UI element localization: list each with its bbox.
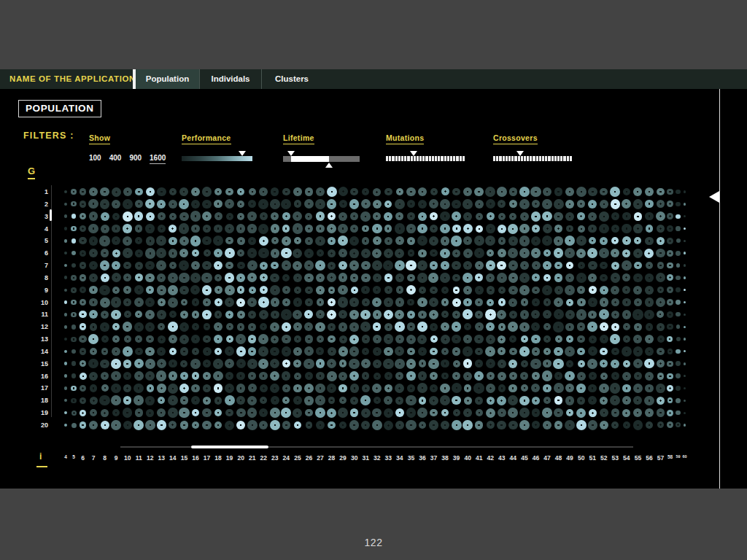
individual-dot[interactable] [270,273,279,283]
individual-dot[interactable] [71,201,76,206]
individual-dot[interactable] [519,273,530,283]
individual-dot[interactable] [373,188,381,196]
individual-dot[interactable] [646,323,654,331]
individual-dot[interactable] [111,310,121,320]
individual-dot[interactable] [339,421,347,429]
individual-dot[interactable] [71,423,77,428]
individual-dot[interactable] [145,273,155,283]
individual-dot[interactable] [112,287,120,294]
individual-dot[interactable] [225,421,234,430]
individual-dot[interactable] [395,236,404,245]
individual-dot[interactable] [305,372,313,380]
individual-dot[interactable] [271,249,280,258]
individual-dot[interactable] [587,248,597,258]
individual-dot[interactable] [395,335,404,343]
individual-dot[interactable] [112,225,120,233]
individual-dot[interactable] [362,225,369,233]
individual-dot[interactable] [64,227,67,230]
individual-dot[interactable] [202,408,212,418]
individual-dot[interactable] [667,189,673,195]
individual-dot[interactable] [430,348,437,355]
individual-dot[interactable] [542,199,552,209]
individual-dot[interactable] [566,225,573,233]
individual-dot[interactable] [304,322,313,331]
individual-dot[interactable] [508,224,518,234]
individual-dot[interactable] [360,322,371,332]
individual-dot[interactable] [123,421,132,429]
individual-dot[interactable] [555,335,562,343]
individual-dot[interactable] [71,214,77,219]
individual-dot[interactable] [361,261,371,271]
individual-dot[interactable] [304,310,313,319]
individual-dot[interactable] [440,249,449,258]
individual-dot[interactable] [487,397,495,405]
individual-dot[interactable] [667,421,673,428]
individual-dot[interactable] [362,237,370,245]
individual-dot[interactable] [80,373,87,380]
individual-dot[interactable] [508,408,518,418]
individual-dot[interactable] [396,188,404,196]
individual-dot[interactable] [64,386,68,390]
individual-dot[interactable] [530,359,541,370]
individual-dot[interactable] [112,323,120,330]
individual-dot[interactable] [565,200,574,209]
individual-dot[interactable] [338,408,348,418]
individual-dot[interactable] [633,286,642,295]
individual-dot[interactable] [374,397,381,404]
individual-dot[interactable] [485,309,496,320]
individual-dot[interactable] [225,384,235,394]
individual-dot[interactable] [305,287,312,294]
individual-dot[interactable] [633,335,642,343]
individual-dot[interactable] [225,311,234,319]
individual-dot[interactable] [247,420,258,430]
individual-dot[interactable] [89,298,98,307]
individual-dot[interactable] [429,236,438,246]
individual-dot[interactable] [372,384,382,393]
individual-dot[interactable] [508,273,519,283]
individual-dot[interactable] [645,335,654,344]
individual-dot[interactable] [112,273,121,282]
individual-dot[interactable] [80,262,87,269]
individual-dot[interactable] [430,249,437,257]
individual-dot[interactable] [258,334,268,344]
individual-dot[interactable] [441,287,449,294]
individual-dot[interactable] [134,285,144,295]
individual-dot[interactable] [64,338,68,341]
individual-dot[interactable] [542,211,552,222]
individual-dot[interactable] [236,298,245,307]
individual-dot[interactable] [315,260,326,271]
individual-dot[interactable] [145,248,156,259]
individual-dot[interactable] [112,249,120,257]
individual-dot[interactable] [684,387,686,389]
individual-dot[interactable] [249,287,257,295]
individual-dot[interactable] [498,249,506,257]
individual-dot[interactable] [667,201,673,207]
individual-dot[interactable] [406,420,417,431]
individual-dot[interactable] [656,249,665,258]
individual-dot[interactable] [101,311,109,319]
individual-dot[interactable] [372,249,382,258]
individual-dot[interactable] [134,322,144,332]
individual-dot[interactable] [282,225,290,232]
individual-dot[interactable] [452,249,460,257]
individual-dot[interactable] [338,297,348,307]
individual-dot[interactable] [543,397,551,404]
individual-dot[interactable] [532,408,541,417]
individual-dot[interactable] [259,187,268,196]
tab-clusters[interactable]: Clusters [261,69,322,89]
individual-dot[interactable] [305,335,313,343]
individual-dot[interactable] [520,310,530,319]
individual-dot[interactable] [123,248,133,258]
individual-dot[interactable] [88,334,98,344]
individual-dot[interactable] [430,287,438,295]
lifetime-range[interactable] [291,156,329,162]
individual-dot[interactable] [384,225,392,232]
individual-dot[interactable] [191,384,199,392]
individual-dot[interactable] [509,311,517,319]
individual-dot[interactable] [406,335,416,344]
individual-dot[interactable] [350,212,358,220]
individual-dot[interactable] [349,335,359,344]
individual-dot[interactable] [676,263,681,268]
individual-dot[interactable] [487,286,495,295]
individual-dot[interactable] [247,298,257,307]
